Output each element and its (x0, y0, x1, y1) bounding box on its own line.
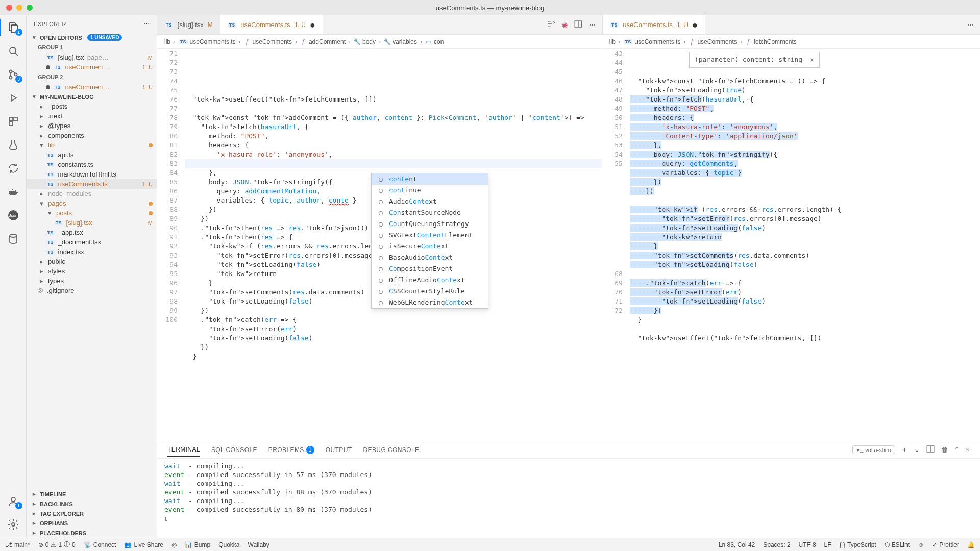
panel-tab-sql[interactable]: SQL CONSOLE (211, 443, 257, 457)
activity-search-icon[interactable] (6, 44, 20, 58)
open-editors-section[interactable]: OPEN EDITORS 1 UNSAVED (27, 33, 157, 42)
run-file-icon[interactable]: ◉ (562, 21, 568, 29)
status-wallaby[interactable]: Wallaby (248, 541, 270, 548)
folder-at-types[interactable]: @types (27, 121, 157, 131)
autocomplete-item[interactable]: ▢CountQueuingStrategy (372, 218, 488, 230)
bc-symbol[interactable]: ƒuseComments (689, 38, 737, 45)
window-zoom[interactable] (27, 5, 33, 11)
status-branch[interactable]: ⎇main* (5, 541, 30, 548)
folder-public[interactable]: public (27, 257, 157, 266)
folder-node-modules[interactable]: node_modules (27, 189, 157, 198)
panel-tab-problems[interactable]: PROBLEMS1 (268, 443, 314, 457)
activity-explorer-icon[interactable]: 1 (6, 20, 20, 35)
split-terminal-icon[interactable] (926, 444, 935, 455)
autocomplete-item[interactable]: ▢continue (372, 185, 488, 196)
breadcrumbs-left[interactable]: lib› TSuseComments.ts› ƒuseComments› ƒad… (157, 35, 602, 49)
bc-folder[interactable]: lib (609, 38, 616, 45)
split-editor-icon[interactable] (574, 19, 583, 30)
tag-explorer-section[interactable]: TAG EXPLORER (27, 509, 157, 518)
new-terminal-icon[interactable]: ＋ (901, 445, 908, 455)
status-indent[interactable]: Spaces: 2 (763, 541, 790, 548)
bc-symbol[interactable]: ƒfetchComments (745, 38, 797, 45)
compare-changes-icon[interactable] (547, 19, 556, 30)
bc-file[interactable]: TSuseComments.ts (179, 38, 236, 45)
folder-pages[interactable]: pages (27, 198, 157, 208)
open-editor-slug[interactable]: TS [slug].tsx page… M (27, 53, 157, 62)
status-feedback-icon[interactable]: ☺ (918, 541, 924, 548)
autocomplete-item[interactable]: ▢BaseAudioContext (372, 252, 488, 263)
orphans-section[interactable]: ORPHANS (27, 518, 157, 528)
status-encoding[interactable]: UTF-8 (799, 541, 816, 548)
tab-usecomments-right[interactable]: TSuseComments.ts1, U● (603, 15, 705, 34)
file-index[interactable]: TSindex.tsx (27, 247, 157, 257)
window-minimize[interactable] (16, 5, 22, 11)
activity-extensions-icon[interactable] (6, 114, 20, 129)
folder-types[interactable]: types (27, 276, 157, 286)
autocomplete-item[interactable]: ▢OfflineAudioContext (372, 274, 488, 286)
activity-source-control-icon[interactable]: 3 (6, 67, 20, 82)
code-editor-left[interactable]: 7172737475767778798081828384858687888990… (157, 49, 602, 441)
bc-symbol[interactable]: 🔧body (354, 38, 376, 45)
activity-settings-icon[interactable] (6, 517, 20, 532)
autocomplete-item[interactable]: ▢content (372, 173, 488, 185)
close-panel-icon[interactable]: × (966, 446, 970, 454)
file-constants[interactable]: TSconstants.ts (27, 160, 157, 169)
timeline-section[interactable]: TIMELINE (27, 489, 157, 499)
status-prettier[interactable]: ✓Prettier (932, 541, 959, 548)
open-editor-usecomments-2[interactable]: TS useCommen… 1, U (27, 82, 157, 92)
code-editor-right[interactable]: 434445464748495051525354556869707172 (pa… (602, 49, 980, 441)
status-liveshare[interactable]: 👥Live Share (124, 541, 163, 548)
kill-terminal-icon[interactable]: 🗑 (941, 446, 948, 454)
open-editor-usecomments-1[interactable]: TS useCommen… 1, U (27, 62, 157, 72)
status-notifications-icon[interactable]: 🔔 (967, 541, 975, 548)
autocomplete-popup[interactable]: ▢content▢continue▢AudioContext▢ConstantS… (371, 173, 488, 309)
bc-file[interactable]: TSuseComments.ts (624, 38, 681, 45)
terminal-shell-chip[interactable]: ▸_volta-shim (852, 445, 895, 454)
panel-tab-debug[interactable]: DEBUG CONSOLE (363, 443, 419, 457)
status-cursor-pos[interactable]: Ln 83, Col 42 (719, 541, 755, 548)
more-actions-icon[interactable]: ⋯ (589, 21, 596, 29)
terminal-dropdown-icon[interactable]: ⌄ (914, 446, 920, 454)
more-actions-icon[interactable]: ⋯ (967, 21, 974, 29)
window-close[interactable] (6, 5, 12, 11)
autocomplete-item[interactable]: ▢SVGTextContentElement (372, 230, 488, 241)
folder-next[interactable]: .next (27, 111, 157, 121)
autocomplete-item[interactable]: ▢CSSCounterStyleRule (372, 286, 488, 297)
status-bump[interactable]: 📊Bump (185, 541, 210, 548)
activity-remote-sync-icon[interactable] (6, 161, 20, 176)
maximize-panel-icon[interactable]: ⌃ (954, 446, 960, 454)
activity-testing-icon[interactable] (6, 138, 20, 152)
folder-components[interactable]: components (27, 131, 157, 140)
folder-section[interactable]: MY-NEWLINE-BLOG (27, 92, 157, 102)
file-api[interactable]: TSapi.ts (27, 150, 157, 160)
autocomplete-item[interactable]: ▢AudioContext (372, 196, 488, 207)
bc-symbol[interactable]: 🔧variables (384, 38, 417, 45)
status-connect[interactable]: 📡Connect (84, 541, 116, 548)
activity-json-icon[interactable]: Json (6, 208, 20, 222)
panel-tab-terminal[interactable]: TERMINAL (167, 443, 200, 457)
folder-styles[interactable]: styles (27, 266, 157, 276)
activity-run-debug-icon[interactable] (6, 91, 20, 105)
bc-symbol[interactable]: ƒaddComment (300, 38, 346, 45)
tab-slug[interactable]: TS[slug].tsxM (157, 15, 220, 34)
file-app[interactable]: TS_app.tsx (27, 228, 157, 237)
status-target[interactable]: ◎ (172, 541, 177, 548)
status-quokka[interactable]: Quokka (218, 541, 239, 548)
folder-posts[interactable]: _posts (27, 102, 157, 111)
status-eslint[interactable]: ⬡ESLint (885, 541, 910, 548)
tab-usecomments[interactable]: TSuseComments.ts1, U● (220, 15, 323, 34)
activity-accounts-icon[interactable]: 1 (6, 494, 20, 508)
status-language[interactable]: { }TypeScript (840, 541, 876, 548)
autocomplete-item[interactable]: ▢WebGLRenderingContext (372, 297, 488, 308)
explorer-more-icon[interactable]: ⋯ (144, 21, 150, 28)
placeholders-section[interactable]: PLACEHOLDERS (27, 528, 157, 538)
bc-folder[interactable]: lib (164, 38, 170, 45)
autocomplete-item[interactable]: ▢CompositionEvent (372, 263, 488, 274)
activity-database-icon[interactable] (6, 232, 20, 246)
bc-symbol[interactable]: ƒuseComments (244, 38, 292, 45)
terminal-output[interactable]: wait - compiling... event - compiled suc… (157, 459, 980, 538)
file-document[interactable]: TS_document.tsx (27, 237, 157, 247)
file-slug[interactable]: TS[slug].tsxM (27, 218, 157, 228)
status-eol[interactable]: LF (824, 541, 831, 548)
file-markdown[interactable]: TSmarkdownToHtml.ts (27, 169, 157, 179)
